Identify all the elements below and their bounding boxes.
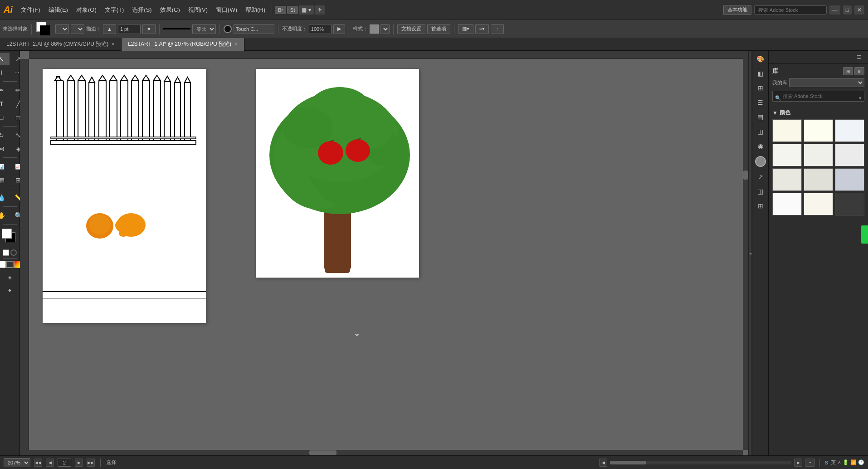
page-next-button[interactable]: ▶ xyxy=(75,459,83,467)
horizontal-scroll-thumb[interactable] xyxy=(309,450,336,455)
minimize-button[interactable]: — xyxy=(829,5,840,15)
style-dropdown[interactable] xyxy=(380,24,390,34)
menu-window[interactable]: 窗口(W) xyxy=(212,4,241,16)
art-style-button[interactable]: ◈ xyxy=(2,271,18,283)
menu-type[interactable]: 文字(T) xyxy=(101,4,128,16)
page-prev-button[interactable]: ◀ xyxy=(46,459,54,467)
stroke-value-input[interactable] xyxy=(118,24,141,34)
graph-tool[interactable]: 📊 xyxy=(0,160,10,173)
properties-button[interactable]: ⋮ xyxy=(491,24,504,34)
artboard-1[interactable] xyxy=(43,69,206,323)
menu-effect[interactable]: 效果(C) xyxy=(156,4,184,16)
basic-function-button[interactable]: 基本功能 xyxy=(723,5,751,15)
stroke-mode-icon[interactable] xyxy=(6,261,14,268)
swatches-icon[interactable]: ◧ xyxy=(754,67,767,80)
rect-tool[interactable]: □ xyxy=(0,111,10,124)
color-swatch-6[interactable] xyxy=(772,168,802,191)
color-swatch-2[interactable] xyxy=(835,119,864,142)
align-button[interactable]: ≡▾ xyxy=(475,24,489,34)
warp-tool[interactable]: ⌇ xyxy=(0,66,10,79)
menu-help[interactable]: 帮助(H) xyxy=(242,4,269,16)
fill-dropdown[interactable] xyxy=(55,24,69,34)
color-palette-icon[interactable]: 🎨 xyxy=(754,53,767,65)
align-icon[interactable]: ☰ xyxy=(754,96,767,109)
blend-tool[interactable]: ⋈ xyxy=(0,142,10,155)
vertical-scrollbar[interactable] xyxy=(743,51,748,450)
gradient-tool[interactable]: ▦ xyxy=(0,174,10,186)
menu-file[interactable]: 文件(F) xyxy=(17,4,44,16)
stroke-down-button[interactable]: ▼ xyxy=(142,24,156,34)
page-last-button[interactable]: ▶▶ xyxy=(87,459,95,467)
page-number-input[interactable] xyxy=(58,459,71,467)
presentation-mode-button[interactable]: ✈ xyxy=(315,5,325,15)
swap-colors-icon[interactable] xyxy=(3,249,9,256)
panel-menu-icon[interactable]: ≡ xyxy=(853,51,865,64)
layers-icon[interactable]: ◫ xyxy=(754,185,767,198)
fill-mode-icon[interactable] xyxy=(0,261,6,268)
pen-tool[interactable]: ✒ xyxy=(0,84,10,97)
stroke-up-button[interactable]: ▲ xyxy=(103,24,116,34)
color-swatch-7[interactable] xyxy=(804,168,833,191)
color-swatch-9[interactable] xyxy=(772,193,802,215)
scroll-thumb-h[interactable] xyxy=(610,461,646,464)
canvas-area[interactable] xyxy=(20,51,748,455)
lib-search-input[interactable] xyxy=(772,91,864,102)
artboard-2[interactable] xyxy=(256,69,419,278)
preferences-button[interactable]: 首选项 xyxy=(427,24,450,34)
horizontal-scrollbar[interactable] xyxy=(20,450,743,455)
circle-indicator[interactable] xyxy=(755,156,766,167)
lib-grid-view-button[interactable]: ⊞ xyxy=(843,67,853,75)
stroke-dropdown[interactable] xyxy=(71,24,84,34)
export-icon[interactable]: ↗ xyxy=(754,171,767,183)
menu-select[interactable]: 选择(S) xyxy=(128,4,155,16)
stroke-swatch[interactable] xyxy=(40,25,50,35)
scroll-left-button[interactable]: ◀ xyxy=(599,459,607,467)
maximize-button[interactable]: □ xyxy=(843,5,852,15)
artboards-icon[interactable]: ⊞ xyxy=(754,200,767,212)
touch-dropdown[interactable]: Touch C... xyxy=(234,24,274,34)
color-swatch-0[interactable] xyxy=(772,119,802,142)
stock-button[interactable]: St xyxy=(287,6,298,14)
library-select[interactable] xyxy=(789,78,864,87)
arrange-button[interactable]: ▦▾ xyxy=(458,24,473,34)
color-swatch-5[interactable] xyxy=(835,144,864,166)
reset-colors-icon[interactable] xyxy=(10,249,17,256)
pathfinder-icon[interactable]: ▤ xyxy=(754,111,767,123)
rotate-tool[interactable]: ↻ xyxy=(0,129,10,142)
eyedropper-tool[interactable]: 💧 xyxy=(0,191,10,204)
search-expand-icon[interactable]: ▾ xyxy=(859,95,862,101)
opacity-expand-button[interactable]: ▶ xyxy=(333,24,345,34)
right-edge-indicator[interactable] xyxy=(861,225,868,244)
panel-collapse-handle[interactable]: ◂ xyxy=(748,51,752,455)
workspace-switch-button[interactable]: ▦ ▾ xyxy=(299,5,313,15)
color-swatch-4[interactable] xyxy=(804,144,833,166)
hand-tool[interactable]: ✋ xyxy=(0,209,10,222)
style-swatch[interactable] xyxy=(370,24,379,34)
menu-object[interactable]: 对象(O) xyxy=(73,4,100,16)
doc-settings-button[interactable]: 文档设置 xyxy=(397,24,425,34)
close-button[interactable]: ✕ xyxy=(854,5,864,15)
stock-search-input[interactable] xyxy=(754,5,827,15)
menu-view[interactable]: 视图(V) xyxy=(185,4,211,16)
tab-close-2[interactable]: ✕ xyxy=(234,42,238,47)
color-swatch-10[interactable] xyxy=(804,193,833,215)
color-section-header[interactable]: ▼ 颜色 xyxy=(772,109,864,117)
tab-l2start1[interactable]: L2START_1.AI* @ 207% (RGB/GPU 预览) ✕ xyxy=(122,38,244,51)
transparency-icon[interactable]: ◫ xyxy=(754,125,767,138)
menu-edit[interactable]: 编辑(E) xyxy=(45,4,72,16)
tab-l2start2[interactable]: L2START_2.AI @ 86% (CMYK/GPU 预览) ✕ xyxy=(0,38,122,51)
select-tool[interactable]: ↖ xyxy=(0,53,10,65)
stroke-ratio-dropdown[interactable]: 等比 xyxy=(192,24,216,34)
type-tool[interactable]: T xyxy=(0,98,10,110)
vertical-scroll-thumb[interactable] xyxy=(743,171,748,180)
bridge-button[interactable]: Br xyxy=(275,6,286,14)
lib-list-view-button[interactable]: ≡ xyxy=(854,67,864,75)
appearance-icon[interactable]: ◉ xyxy=(754,140,767,152)
page-first-button[interactable]: ◀◀ xyxy=(34,459,42,467)
scroll-track[interactable] xyxy=(610,461,791,464)
transform-icon[interactable]: ⊞ xyxy=(754,82,767,94)
zoom-dropdown[interactable]: 207% xyxy=(4,458,30,467)
tab-close-1[interactable]: ✕ xyxy=(111,42,115,47)
add-artboard-button[interactable]: + xyxy=(805,459,815,467)
symbol-button[interactable]: ♣ xyxy=(2,283,18,296)
